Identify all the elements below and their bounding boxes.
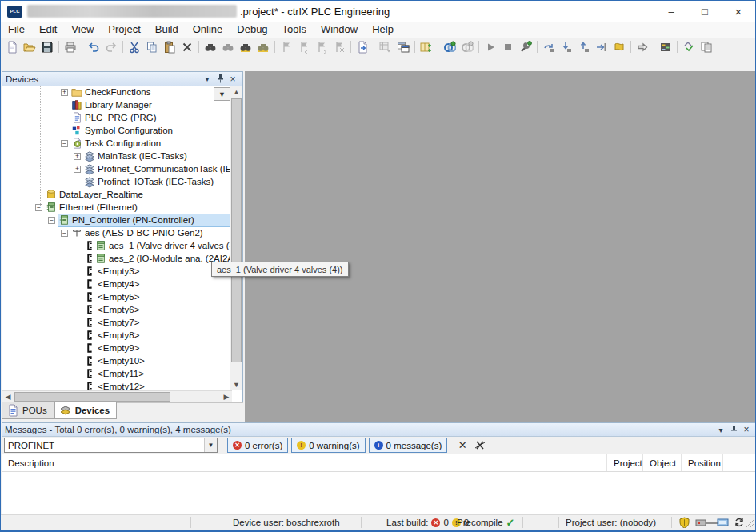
tree-item-datalayer-realtime[interactable]: DataLayer_Realtime [2,188,231,201]
bookmark-toggle-button[interactable] [278,39,295,54]
print-button[interactable] [62,39,79,54]
close-button[interactable]: × [722,1,755,22]
write-values-button[interactable] [634,39,651,54]
online-config-button[interactable] [517,39,534,54]
tree-item-task-configuration[interactable]: −Task Configuration [2,137,231,150]
device-connection-icon[interactable] [695,515,730,530]
save-button[interactable] [38,39,56,54]
expand-icon[interactable]: + [61,89,68,96]
delete-button[interactable] [178,39,196,54]
tree-item-empty8[interactable]: <Empty8> [2,329,231,342]
new-file-button[interactable] [3,39,21,54]
menu-view[interactable]: View [64,22,101,38]
scroll-right-icon[interactable]: ▶ [221,391,232,402]
menu-debug[interactable]: Debug [230,22,274,38]
scroll-up-icon[interactable]: ▲ [230,86,242,98]
stop-button[interactable] [499,39,517,54]
message-category-combobox[interactable]: PROFINET ▼ [4,438,218,453]
tree-item-pn-controller-pn-controller[interactable]: −PN_Controller (PN-Controller) [2,214,231,226]
replace-objects-button[interactable] [254,39,272,54]
column-object[interactable]: Object [643,454,682,471]
tree-item-empty10[interactable]: <Empty10> [2,354,231,367]
panel-close-icon[interactable]: × [226,74,239,85]
combo-dropdown-icon[interactable]: ▼ [204,438,217,452]
table-dropdown-button[interactable] [377,39,394,54]
tab-pous[interactable]: POUs [2,402,54,419]
build-sync-button[interactable] [680,39,698,54]
tree-item-symbol-configuration[interactable]: Symbol Configuration [2,124,231,137]
menu-build[interactable]: Build [148,22,186,38]
tree-item-profinet-communicationtask-iec-tasks[interactable]: +Profinet_CommunicationTask (IEC-Tasks) [2,162,231,175]
redo-button[interactable] [102,39,120,54]
resize-grip[interactable] [745,518,754,528]
find-button[interactable] [202,39,219,54]
tab-devices[interactable]: Devices [54,402,117,419]
tree-item-empty6[interactable]: <Empty6> [2,303,231,316]
collapse-icon[interactable]: − [48,217,55,224]
menu-file[interactable]: File [1,22,32,38]
run-to-cursor-button[interactable] [593,39,610,54]
start-button[interactable] [482,39,499,54]
vertical-scroll-thumb[interactable] [231,98,242,362]
new-window-button[interactable] [394,39,412,54]
tree-item-empty12[interactable]: <Empty12> [2,380,231,390]
find-next-button[interactable] [219,39,237,54]
menu-help[interactable]: Help [365,22,401,38]
bookmark-next-button[interactable] [313,39,330,54]
collapse-icon[interactable]: − [61,230,68,237]
expand-icon[interactable]: + [74,153,81,160]
tree-item-empty11[interactable]: <Empty11> [2,367,231,380]
flow-control-button[interactable] [657,39,674,54]
scroll-left-icon[interactable]: ◀ [2,391,14,402]
column-description[interactable]: Description [2,454,607,471]
sync-icon[interactable] [734,515,745,530]
clear-messages-icon[interactable]: ✕ [455,438,470,452]
title-bar[interactable]: PLC .project* - ctrlX PLC Engineering – … [1,1,755,22]
tree-item-library-manager[interactable]: Library Manager [2,98,231,111]
tree-item-plc-prg-prg[interactable]: PLC_PRG (PRG) [2,111,231,124]
menu-edit[interactable]: Edit [32,22,64,38]
device-append-button[interactable] [418,39,435,54]
find-objects-button[interactable] [237,39,254,54]
column-project[interactable]: Project [607,454,643,471]
messages-dropdown-icon[interactable]: ▾ [714,424,727,435]
tree-item-maintask-iec-tasks[interactable]: +MainTask (IEC-Tasks) [2,150,231,162]
compare-objects-button[interactable] [698,39,715,54]
tree-vertical-scrollbar[interactable]: ▲ ▼ [230,86,242,390]
copy-button[interactable] [143,39,161,54]
messages-pin-icon[interactable] [727,424,740,435]
tree-item-aes-2-io-module-ana-2ai2ao2m12-c[interactable]: aes_2 (IO-Module ana. (2AI2AO2M12-C) [2,252,231,265]
export-button[interactable] [354,39,371,54]
tree-item-empty9[interactable]: <Empty9> [2,342,231,354]
warning-filter-button[interactable]: !0 warning(s) [291,438,365,453]
tree-item-empty3[interactable]: <Empty3> [2,265,231,278]
collapse-icon[interactable]: − [35,204,42,211]
show-next-statement-button[interactable] [610,39,628,54]
tree-horizontal-scrollbar[interactable]: ◀ ▶ [2,390,232,402]
info-filter-button[interactable]: i0 message(s) [369,438,448,453]
horizontal-scroll-thumb[interactable] [14,392,170,402]
step-out-button[interactable] [575,39,593,54]
tree-item-ethernet-ethernet[interactable]: −Ethernet (Ethernet) [2,201,231,214]
paste-button[interactable] [161,39,178,54]
step-into-button[interactable] [558,39,575,54]
tree-item-empty5[interactable]: <Empty5> [2,290,231,303]
column-position[interactable]: Position [682,454,723,471]
tree-item-aes-1-valve-driver-4-valves-4[interactable]: aes_1 (Valve driver 4 valves (4)) [2,239,231,252]
delete-all-messages-icon[interactable] [473,438,487,452]
bookmark-clear-button[interactable] [330,39,348,54]
logout-button[interactable] [458,39,476,54]
cut-button[interactable] [126,39,143,54]
minimize-button[interactable]: – [654,1,688,22]
scroll-down-icon[interactable]: ▼ [230,378,242,390]
menu-window[interactable]: Window [314,22,365,38]
expand-icon[interactable]: + [74,166,81,173]
undo-button[interactable] [85,39,102,54]
tree-item-profinet-iotask-iec-tasks[interactable]: Profinet_IOTask (IEC-Tasks) [2,175,231,188]
menu-project[interactable]: Project [101,22,147,38]
tree-item-checkfunctions[interactable]: +CheckFunctions [2,86,231,98]
step-over-button[interactable] [540,39,558,54]
error-filter-button[interactable]: ✕0 error(s) [227,438,288,453]
tree-item-empty4[interactable]: <Empty4> [2,278,231,290]
login-button[interactable] [441,39,458,54]
